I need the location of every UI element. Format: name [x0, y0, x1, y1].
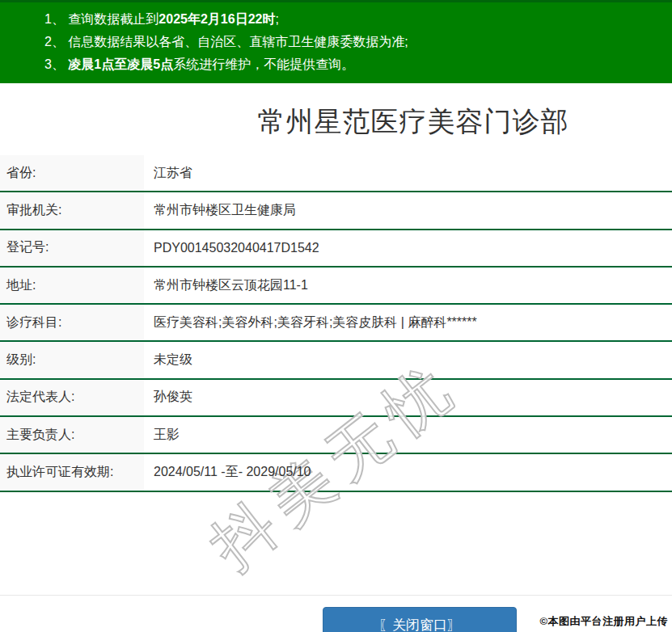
notice-item: 2、 信息数据结果以各省、自治区、直辖市卫生健康委数据为准; [44, 31, 656, 53]
row-label: 执业许可证有效期: [0, 454, 144, 490]
row-value: 医疗美容科;美容外科;美容牙科;美容皮肤科 | 麻醉科****** [144, 305, 672, 340]
row-value: 常州市钟楼区云顶花园11-1 [144, 268, 672, 303]
table-row: 法定代表人: 孙俊英 [0, 380, 672, 417]
table-row: 登记号: PDY00145032040417D1542 [0, 230, 672, 268]
notice-text: ; [275, 12, 278, 26]
row-value: 江苏省 [144, 155, 672, 191]
row-value: 孙俊英 [144, 380, 672, 415]
table-row: 地址: 常州市钟楼区云顶花园11-1 [0, 268, 672, 305]
footer-divider [0, 595, 672, 596]
page-title: 常州星范医疗美容门诊部 [0, 102, 672, 141]
row-value: 王影 [144, 417, 672, 453]
notice-item: 1、 查询数据截止到2025年2月16日22时; [44, 8, 656, 31]
table-row: 主要负责人: 王影 [0, 417, 672, 454]
row-value: PDY00145032040417D1542 [144, 230, 672, 266]
close-window-button[interactable]: 〖关闭窗口〗 [323, 607, 517, 632]
info-table: 省份: 江苏省 审批机关: 常州市钟楼区卫生健康局 登记号: PDY001450… [0, 155, 672, 492]
notice-text: 2、 信息数据结果以各省、自治区、直辖市卫生健康委数据为准; [44, 35, 408, 48]
row-label: 登记号: [0, 230, 144, 266]
credit-watermark: ©本图由平台注册用户上传 [539, 614, 668, 629]
notice-bar: 1、 查询数据截止到2025年2月16日22时; 2、 信息数据结果以各省、自治… [0, 0, 672, 83]
row-label: 主要负责人: [0, 417, 144, 453]
row-label: 级别: [0, 342, 144, 377]
row-label: 省份: [0, 155, 144, 191]
notice-text: 3、 [44, 57, 68, 71]
row-value: 2024/05/11 -至- 2029/05/10 [144, 454, 672, 490]
table-row: 执业许可证有效期: 2024/05/11 -至- 2029/05/10 [0, 454, 672, 491]
row-value: 常州市钟楼区卫生健康局 [144, 192, 672, 228]
notice-text-bold: 2025年2月16日22时 [158, 12, 275, 26]
notice-item: 3、 凌晨1点至凌晨5点系统进行维护，不能提供查询。 [44, 53, 656, 76]
row-label: 审批机关: [0, 192, 144, 228]
table-row: 诊疗科目: 医疗美容科;美容外科;美容牙科;美容皮肤科 | 麻醉科****** [0, 305, 672, 342]
title-container: 常州星范医疗美容门诊部 [0, 102, 672, 141]
row-label: 法定代表人: [0, 380, 144, 415]
table-row: 级别: 未定级 [0, 342, 672, 379]
row-label: 地址: [0, 268, 144, 303]
table-row: 省份: 江苏省 [0, 155, 672, 192]
row-value: 未定级 [144, 342, 672, 377]
notice-text: 1、 查询数据截止到 [44, 12, 158, 26]
table-row: 审批机关: 常州市钟楼区卫生健康局 [0, 192, 672, 230]
notice-text: 系统进行维护，不能提供查询。 [173, 57, 354, 71]
notice-text-bold: 凌晨1点至凌晨5点 [68, 57, 173, 71]
row-label: 诊疗科目: [0, 305, 144, 340]
